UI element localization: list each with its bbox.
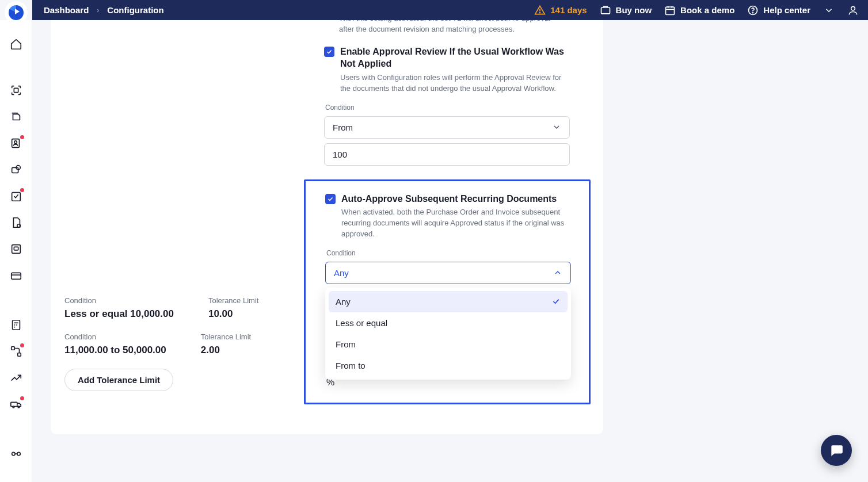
buy-now-button[interactable]: Buy now bbox=[600, 5, 652, 16]
svg-rect-26 bbox=[11, 347, 14, 350]
breadcrumb: Dashboard › Configuration bbox=[44, 5, 164, 15]
svg-point-29 bbox=[13, 406, 14, 408]
select-value: From bbox=[333, 123, 353, 132]
condition-select[interactable]: From bbox=[324, 116, 570, 139]
alert-triangle-icon bbox=[534, 5, 546, 16]
chevron-down-icon[interactable] bbox=[823, 5, 835, 16]
top-header: Dashboard › Configuration 141 days Buy n… bbox=[32, 0, 868, 20]
input-value: 100 bbox=[333, 150, 347, 159]
svg-rect-17 bbox=[12, 245, 20, 254]
condition-label: Condition bbox=[64, 296, 174, 305]
dropdown-option-less-or-equal[interactable]: Less or equal bbox=[329, 312, 568, 334]
svg-point-12 bbox=[14, 141, 17, 144]
tolerance-limit-value: 10.00 bbox=[208, 308, 258, 320]
dropdown-option-any[interactable]: Any bbox=[329, 291, 568, 312]
nav-reports-icon[interactable] bbox=[9, 371, 23, 385]
condition-label: Condition bbox=[64, 332, 166, 341]
nav-requests-icon[interactable] bbox=[9, 110, 23, 124]
setting-title: Auto-Approve Subsequent Recurring Docume… bbox=[341, 193, 557, 205]
logo-play-icon bbox=[9, 5, 24, 20]
svg-point-31 bbox=[12, 452, 15, 456]
nav-docs-icon[interactable] bbox=[9, 216, 23, 229]
svg-point-30 bbox=[18, 406, 20, 408]
checkbox-auto-approve[interactable] bbox=[325, 194, 336, 204]
user-icon[interactable] bbox=[847, 5, 859, 16]
svg-rect-18 bbox=[14, 247, 18, 250]
condition-dropdown: Any Less or equal From From to bbox=[325, 288, 571, 380]
notification-dot bbox=[20, 396, 24, 400]
nav-home-icon[interactable] bbox=[9, 37, 23, 51]
option-label: From bbox=[336, 339, 356, 349]
book-demo-label: Book a demo bbox=[680, 5, 734, 15]
select-value: Any bbox=[334, 268, 349, 278]
book-demo-button[interactable]: Book a demo bbox=[664, 5, 734, 16]
nav-workflow-icon[interactable] bbox=[9, 345, 23, 358]
svg-point-9 bbox=[851, 6, 855, 10]
nav-capture-icon[interactable] bbox=[9, 83, 23, 97]
calendar-icon bbox=[664, 5, 676, 16]
nav-budget-icon[interactable] bbox=[9, 163, 23, 177]
setting-description: When activated, both the Purchase Order … bbox=[341, 207, 566, 240]
condition-value-input[interactable]: 100 bbox=[324, 143, 570, 166]
chevron-up-icon bbox=[553, 268, 562, 277]
app-logo[interactable] bbox=[5, 1, 28, 24]
condition-value: Less or equal 10,000.00 bbox=[64, 308, 174, 320]
add-tolerance-button[interactable]: Add Tolerance Limit bbox=[64, 369, 173, 391]
cart-icon bbox=[600, 5, 611, 16]
main-content: Condition Less or equal 10,000.00 Tolera… bbox=[32, 20, 868, 482]
buy-now-label: Buy now bbox=[616, 5, 652, 15]
svg-point-8 bbox=[753, 12, 753, 13]
notification-dot bbox=[20, 135, 24, 139]
checkbox-approval-review[interactable] bbox=[324, 47, 334, 57]
setting-description: Users with Configuration roles will perf… bbox=[340, 72, 565, 94]
tolerance-limit-value: 2.00 bbox=[201, 345, 251, 356]
nav-shipping-icon[interactable] bbox=[9, 397, 23, 411]
nav-payments-icon[interactable] bbox=[9, 269, 23, 282]
help-center-label: Help center bbox=[763, 5, 810, 15]
tolerance-limit-label: Tolerance Limit bbox=[201, 332, 251, 341]
breadcrumb-item[interactable]: Dashboard bbox=[44, 5, 89, 15]
option-label: From to bbox=[336, 361, 366, 370]
settings-column: With this setting activated, the set TL … bbox=[324, 20, 612, 404]
tolerance-row: Condition Less or equal 10,000.00 Tolera… bbox=[64, 296, 312, 320]
notification-dot bbox=[20, 188, 24, 192]
notification-dot bbox=[20, 343, 24, 347]
dropdown-option-from[interactable]: From bbox=[329, 334, 568, 355]
svg-rect-3 bbox=[666, 7, 675, 14]
help-center-button[interactable]: Help center bbox=[747, 5, 810, 16]
nav-archive-icon[interactable] bbox=[9, 242, 23, 256]
svg-rect-27 bbox=[17, 353, 21, 357]
setting-title: Enable Approval Review If the Usual Work… bbox=[340, 45, 570, 70]
nav-contacts-icon[interactable] bbox=[9, 136, 23, 150]
nav-calc-icon[interactable] bbox=[9, 318, 23, 332]
condition-select-open[interactable]: Any bbox=[325, 262, 571, 284]
setting-description: With this setting activated, the set TL … bbox=[339, 20, 558, 35]
svg-rect-19 bbox=[11, 273, 21, 279]
condition-label: Condition bbox=[326, 249, 569, 257]
help-icon bbox=[747, 5, 759, 16]
nav-link-icon[interactable] bbox=[9, 447, 23, 461]
sidebar bbox=[0, 20, 32, 482]
trial-days-badge[interactable]: 141 days bbox=[534, 5, 587, 16]
condition-label: Condition bbox=[325, 104, 612, 112]
option-label: Any bbox=[336, 297, 351, 307]
header-right: 141 days Buy now Book a demo Help center bbox=[534, 5, 859, 16]
setting-approval-review: Enable Approval Review If the Usual Work… bbox=[324, 45, 612, 166]
trial-days-label: 141 days bbox=[550, 5, 587, 15]
svg-rect-2 bbox=[601, 7, 610, 14]
chat-bubble[interactable] bbox=[821, 435, 852, 466]
svg-rect-28 bbox=[10, 402, 17, 406]
check-icon bbox=[551, 297, 561, 306]
svg-point-32 bbox=[17, 452, 20, 456]
breadcrumb-item[interactable]: Configuration bbox=[107, 5, 163, 15]
svg-rect-13 bbox=[12, 167, 18, 173]
dropdown-option-from-to[interactable]: From to bbox=[329, 355, 568, 376]
tolerance-list: Condition Less or equal 10,000.00 Tolera… bbox=[64, 296, 312, 391]
tolerance-row: Condition 11,000.00 to 50,000.00 Toleran… bbox=[64, 332, 312, 356]
nav-approvals-icon[interactable] bbox=[9, 189, 23, 203]
content-card: Condition Less or equal 10,000.00 Tolera… bbox=[51, 20, 603, 434]
setting-auto-approve-highlight: Auto-Approve Subsequent Recurring Docume… bbox=[304, 179, 591, 404]
svg-point-1 bbox=[540, 12, 540, 13]
svg-rect-10 bbox=[14, 88, 18, 92]
svg-point-16 bbox=[17, 224, 20, 228]
